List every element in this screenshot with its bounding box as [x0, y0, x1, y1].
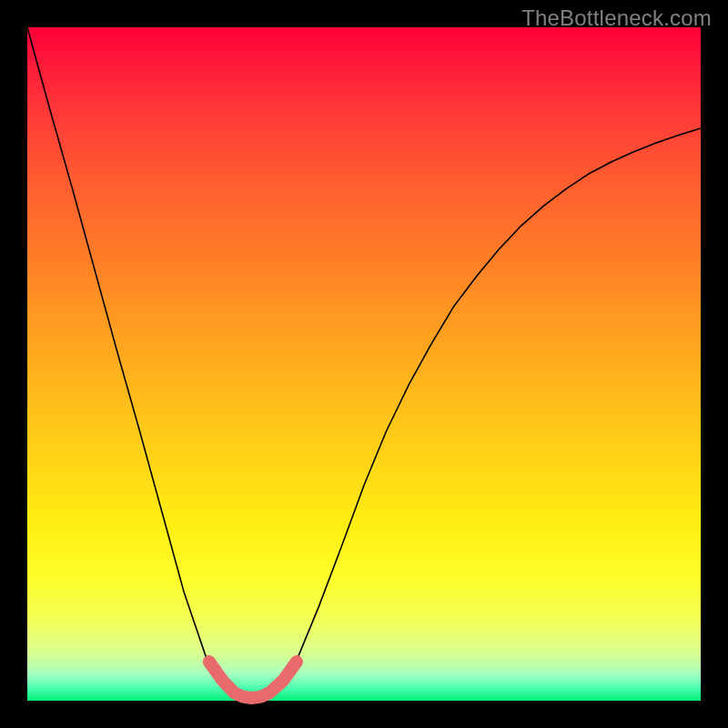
- chart-svg: [27, 27, 701, 701]
- chart-area: [27, 27, 701, 701]
- marker-band: [209, 662, 297, 698]
- watermark-text: TheBottleneck.com: [521, 5, 712, 31]
- bottleneck-curve: [27, 27, 701, 699]
